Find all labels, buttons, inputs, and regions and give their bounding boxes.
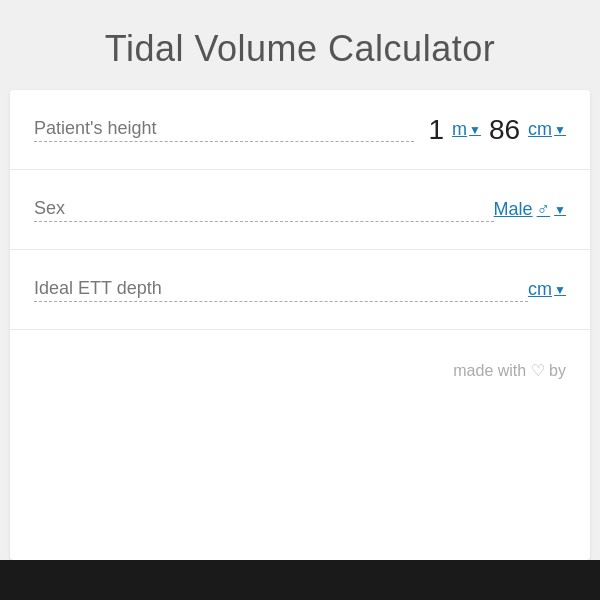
card-footer: made with ♡ by — [10, 330, 590, 410]
header: Tidal Volume Calculator — [0, 0, 600, 90]
sex-dropdown-arrow: ▼ — [554, 203, 566, 217]
ett-row: Ideal ETT depth cm ▼ — [10, 250, 590, 330]
height-value-cm: 86 — [489, 114, 520, 146]
ett-controls: cm ▼ — [528, 279, 566, 300]
height-unit-cm-label: cm — [528, 119, 552, 140]
sex-value-label: Male — [494, 199, 533, 220]
height-value-m: 1 — [414, 114, 444, 146]
footer-text: made with ♡ by — [453, 361, 566, 380]
height-label: Patient's height — [34, 118, 414, 142]
height-unit-m-label: m — [452, 119, 467, 140]
height-controls: 1 m ▼ 86 cm ▼ — [414, 114, 566, 146]
height-unit-m-arrow: ▼ — [469, 123, 481, 137]
ett-unit-dropdown[interactable]: cm ▼ — [528, 279, 566, 300]
sex-dropdown[interactable]: Male ♂ ▼ — [494, 199, 566, 220]
ett-unit-label: cm — [528, 279, 552, 300]
height-row: Patient's height 1 m ▼ 86 cm ▼ — [10, 90, 590, 170]
page-title: Tidal Volume Calculator — [20, 28, 580, 70]
height-unit-cm-dropdown[interactable]: cm ▼ — [528, 119, 566, 140]
sex-controls: Male ♂ ▼ — [494, 199, 566, 220]
ett-unit-arrow: ▼ — [554, 283, 566, 297]
height-unit-cm-arrow: ▼ — [554, 123, 566, 137]
sex-symbol: ♂ — [537, 199, 551, 220]
sex-label: Sex — [34, 198, 494, 222]
content-card: Patient's height 1 m ▼ 86 cm ▼ Sex Male — [10, 90, 590, 560]
ett-label: Ideal ETT depth — [34, 278, 528, 302]
sex-row: Sex Male ♂ ▼ — [10, 170, 590, 250]
bottom-bar — [0, 560, 600, 600]
height-unit-m-dropdown[interactable]: m ▼ — [452, 119, 481, 140]
app-container: Tidal Volume Calculator Patient's height… — [0, 0, 600, 600]
